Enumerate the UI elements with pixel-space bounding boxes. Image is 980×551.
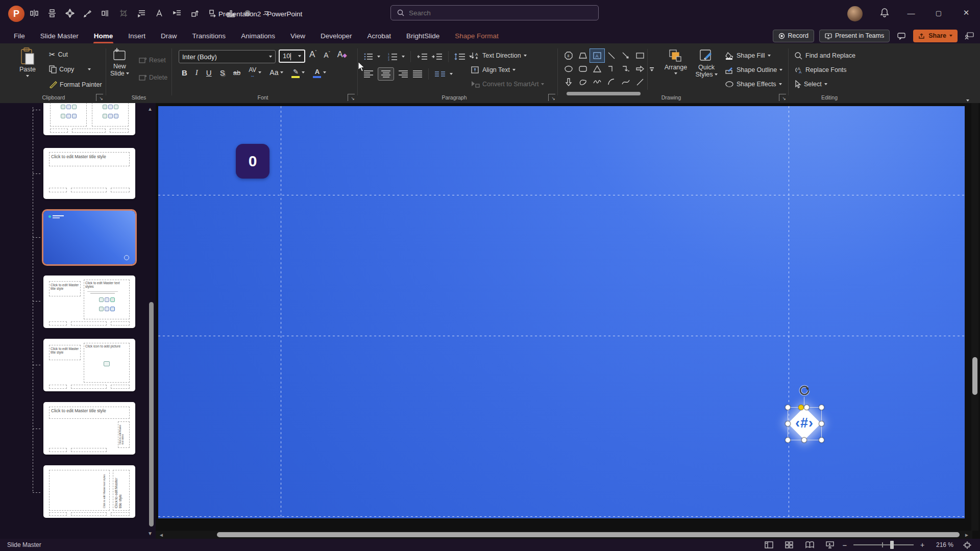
shape-ellipse-icon[interactable] (561, 62, 576, 76)
tab-shape-format[interactable]: Shape Format (447, 28, 506, 43)
adjustment-handle[interactable] (798, 405, 804, 410)
move-right-icon[interactable] (207, 6, 218, 20)
select-button[interactable]: Select (794, 80, 827, 88)
change-case-button[interactable]: Aa (270, 68, 283, 77)
paragraph-dialog-launcher[interactable]: ↘ (548, 94, 555, 101)
bullets-chevron-icon[interactable] (377, 56, 380, 58)
vertical-scrollbar[interactable] (971, 103, 978, 531)
tab-transitions[interactable]: Transitions (185, 28, 234, 43)
zoom-out-button[interactable]: − (840, 541, 849, 549)
record-button[interactable]: Record (773, 30, 814, 42)
bullets-icon[interactable] (363, 53, 374, 61)
layout-thumbnail-6[interactable]: Click to edit Master title style Click t… (43, 402, 135, 455)
gallery-scrollbar[interactable] (567, 92, 641, 95)
shape-down-arrow-icon[interactable] (561, 76, 576, 89)
maximize-button[interactable]: ▢ (927, 0, 950, 26)
slide-sorter-view-button[interactable] (779, 539, 799, 551)
tab-developer[interactable]: Developer (313, 28, 360, 43)
tab-acrobat[interactable]: Acrobat (360, 28, 399, 43)
shape-line-icon[interactable] (604, 49, 619, 62)
text-direction-button[interactable]: A Text Direction (471, 52, 527, 60)
line-spacing-icon[interactable] (454, 53, 465, 61)
strikethrough-button[interactable]: ab (233, 69, 240, 77)
quick-styles-button[interactable]: Quick Styles (692, 48, 721, 78)
search-input[interactable] (409, 9, 582, 17)
columns-icon[interactable] (434, 70, 446, 78)
close-button[interactable]: ✕ (954, 0, 978, 26)
shape-freeform-icon[interactable] (576, 76, 590, 89)
font-size-combo[interactable]: 10 (279, 49, 305, 63)
presenter-coach-button[interactable] (963, 30, 976, 42)
eyedropper-icon[interactable] (82, 6, 93, 20)
panel-scroll-down-icon[interactable]: ▼ (148, 531, 153, 536)
font-name-combo[interactable]: Inter (Body) (179, 50, 276, 63)
shape-rounded-rectangle-icon[interactable] (576, 62, 590, 76)
shape-elbow-arrow-connector-icon[interactable] (619, 62, 633, 76)
handle-top-center[interactable] (804, 405, 810, 410)
columns-chevron-icon[interactable] (450, 73, 453, 75)
bold-button[interactable]: B (182, 68, 187, 77)
layout-thumbnail-4[interactable]: Click to edit Master title style Click t… (43, 276, 135, 328)
justify-icon[interactable] (412, 70, 423, 78)
horizontal-scrollbar-thumb[interactable] (217, 532, 960, 537)
shape-right-arrow-icon[interactable] (633, 62, 647, 76)
slide-number-placeholder-selection[interactable]: ‹#› (785, 385, 824, 441)
user-avatar[interactable] (847, 6, 863, 21)
handle-bottom-right[interactable] (819, 437, 824, 443)
decrease-font-size-button[interactable]: Aˇ (324, 51, 330, 59)
font-color-button[interactable]: A (313, 67, 326, 78)
clipboard-dialog-launcher[interactable]: ↘ (96, 94, 103, 101)
horizontal-guide-3[interactable] (158, 516, 965, 517)
increase-indent-icon[interactable] (431, 53, 443, 61)
shape-diagonal-line-icon[interactable] (633, 76, 647, 89)
shape-outline-button[interactable]: Shape Outline (725, 66, 782, 74)
vertical-scrollbar-thumb[interactable] (972, 357, 977, 395)
reading-view-button[interactable] (799, 539, 820, 551)
zoom-in-button[interactable]: + (918, 541, 927, 549)
align-right-icon[interactable] (398, 70, 408, 78)
horizontal-scrollbar[interactable]: ◄ ► (156, 531, 972, 539)
paste-button[interactable]: Paste (19, 47, 36, 77)
zoom-slider-handle[interactable] (890, 541, 894, 549)
align-center-icon[interactable] (46, 6, 58, 20)
underline-button[interactable]: U (206, 68, 212, 77)
clear-formatting-button[interactable]: A◆ (337, 50, 347, 59)
comments-button[interactable] (895, 30, 908, 42)
paragraph-indent-icon[interactable] (172, 6, 183, 20)
share-button[interactable]: Share (913, 30, 958, 42)
shape-curve-icon[interactable] (619, 76, 633, 89)
layout-thumbnail-3-selected[interactable] (43, 211, 135, 264)
shape-elbow-connector-icon[interactable] (604, 62, 619, 76)
distribute-horizontal-icon[interactable] (29, 6, 40, 20)
shape-text-box-icon[interactable]: A (590, 49, 604, 62)
layout-thumbnail-5[interactable]: Click to edit Master title style Click i… (43, 339, 135, 391)
vertical-guide-1[interactable] (281, 106, 281, 518)
scroll-left-icon[interactable]: ◄ (159, 532, 164, 538)
cut-button[interactable]: ✂Cut (49, 50, 68, 59)
collapse-ribbon-button[interactable] (966, 94, 969, 104)
handle-middle-right[interactable] (819, 421, 824, 427)
rotate-handle-icon[interactable] (798, 385, 811, 397)
horizontal-guide-1[interactable] (158, 195, 965, 195)
search-box[interactable] (390, 5, 599, 20)
tab-insert[interactable]: Insert (120, 28, 153, 43)
layout-thumbnail-1[interactable] (43, 103, 135, 135)
align-to-slide-icon[interactable] (100, 6, 111, 20)
increase-font-size-button[interactable]: Aˆ (309, 49, 316, 60)
fit-slide-to-window-button[interactable] (959, 539, 976, 551)
tab-brightslide[interactable]: BrightSlide (399, 28, 447, 43)
shape-rectangle-icon[interactable] (633, 49, 647, 62)
text-highlight-button[interactable]: ✎ (291, 67, 305, 78)
position-arrows-icon[interactable] (64, 6, 76, 20)
font-dialog-launcher[interactable]: ↘ (348, 94, 355, 101)
align-text-button[interactable]: Align Text (471, 66, 516, 74)
powerpoint-logo-icon[interactable]: P (8, 6, 24, 22)
shape-scribble-icon[interactable] (590, 76, 604, 89)
text-align-icon[interactable] (136, 6, 147, 20)
handle-bottom-center[interactable] (801, 437, 807, 443)
character-spacing-button[interactable]: AV↔ (249, 67, 261, 78)
handle-bottom-left[interactable] (785, 437, 791, 443)
shape-fill-button[interactable]: Shape Fill (725, 52, 771, 60)
numbering-chevron-icon[interactable] (402, 56, 405, 58)
layout-thumbnail-2[interactable]: Click to edit Master title style (43, 148, 135, 199)
